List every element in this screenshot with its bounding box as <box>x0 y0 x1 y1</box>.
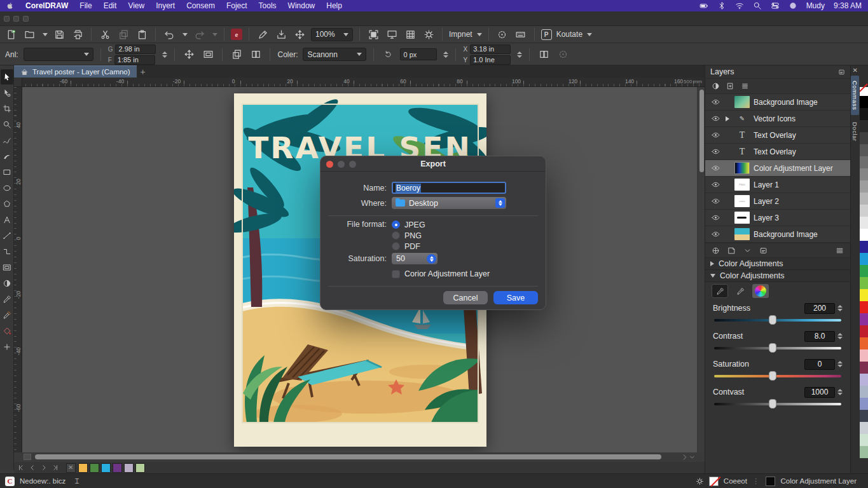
docker-tab[interactable]: Doclar <box>851 117 859 146</box>
palette-swatch[interactable] <box>860 253 868 265</box>
paste-properties-button[interactable] <box>249 48 263 62</box>
layer-visibility-eye-icon[interactable] <box>709 164 722 172</box>
layer-visibility-eye-icon[interactable] <box>709 147 722 156</box>
redo-button[interactable] <box>192 27 206 41</box>
slider-value-field[interactable]: 8.0 <box>804 331 835 342</box>
layer-visibility-eye-icon[interactable] <box>709 180 722 189</box>
horizontal-scrollbar[interactable] <box>22 452 697 461</box>
palette-swatch[interactable] <box>860 325 868 337</box>
new-document-button[interactable] <box>4 27 18 41</box>
layer-row[interactable]: T Text Overlay <box>705 127 850 144</box>
layer-list-view-icon[interactable] <box>741 82 749 90</box>
cancel-button[interactable]: Cancel <box>443 291 488 304</box>
status-gear-icon[interactable] <box>696 477 704 485</box>
spotlight-search-icon[interactable] <box>753 1 762 10</box>
layer-properties-icon[interactable] <box>759 247 768 255</box>
layer-row[interactable]: P400 Layer 1 <box>705 177 850 193</box>
menubar-clock[interactable]: 9:38 AM <box>834 1 862 10</box>
layer-visibility-eye-icon[interactable] <box>709 98 722 106</box>
line-tool[interactable] <box>1 228 13 243</box>
palette-swatch[interactable] <box>860 349 868 362</box>
menu-item[interactable]: Window <box>288 1 315 10</box>
wifi-icon[interactable] <box>735 1 744 10</box>
options-gear-button[interactable] <box>422 27 436 41</box>
document-palette-swatch[interactable] <box>124 463 134 473</box>
file-format-option[interactable]: JPEG <box>392 219 425 230</box>
layer-visibility-eye-icon[interactable] <box>709 230 722 238</box>
document-palette-swatch[interactable] <box>101 463 111 473</box>
palette-swatch[interactable] <box>860 434 868 446</box>
zoom-level-select[interactable]: 100% <box>311 28 353 41</box>
saturation-dropdown[interactable]: 50 <box>392 253 437 264</box>
slider-value-stepper[interactable] <box>837 333 843 339</box>
palette-swatch[interactable] <box>860 168 868 180</box>
palette-swatch[interactable] <box>860 362 868 374</box>
menubar-user[interactable]: Mudy <box>806 1 825 10</box>
vertical-scrollbar[interactable] <box>699 87 705 452</box>
layer-row[interactable]: T Text Overlay <box>705 144 850 160</box>
frame-button[interactable] <box>201 48 215 62</box>
first-page-icon[interactable] <box>18 464 24 471</box>
freehand-tool[interactable] <box>1 133 13 148</box>
palette-swatch[interactable] <box>860 108 868 120</box>
slider-value-field[interactable]: 1000 <box>804 387 835 398</box>
palette-swatch[interactable] <box>860 241 868 253</box>
saturation-dropdown-stepper[interactable] <box>427 254 436 264</box>
new-page-icon[interactable] <box>726 82 734 90</box>
slider-track[interactable] <box>714 375 841 377</box>
position-stepper[interactable] <box>517 51 522 58</box>
polygon-tool[interactable] <box>1 196 13 212</box>
window-zoom-button[interactable] <box>23 16 29 22</box>
save-button[interactable] <box>52 27 66 41</box>
layer-row[interactable]: Layer 3 <box>705 210 850 226</box>
palette-swatch[interactable] <box>860 180 868 193</box>
dialog-close-button[interactable] <box>326 161 333 168</box>
palette-swatch[interactable] <box>860 205 868 217</box>
new-layer-icon[interactable] <box>712 247 720 255</box>
layer-expand-caret[interactable] <box>726 116 731 121</box>
save-button[interactable]: Save <box>493 291 538 304</box>
palette-swatch[interactable] <box>860 96 868 108</box>
last-page-icon[interactable] <box>52 464 59 471</box>
document-tab[interactable]: Travel poster - Layer (Camno) <box>14 65 137 78</box>
control-center-icon[interactable] <box>771 1 780 10</box>
no-fill-swatch[interactable] <box>860 87 868 96</box>
palette-swatch[interactable] <box>860 132 868 144</box>
impnet-dropdown[interactable]: Impnet <box>449 30 482 39</box>
print-button[interactable] <box>71 27 85 41</box>
open-document-button[interactable] <box>22 27 36 41</box>
fit-page-button[interactable] <box>366 27 380 41</box>
keyboard-button[interactable] <box>514 27 528 41</box>
palette-swatch[interactable] <box>860 120 868 132</box>
scrollbar-corner-button[interactable] <box>24 454 31 460</box>
palette-swatch[interactable] <box>860 289 868 301</box>
palette-swatch[interactable] <box>860 313 868 325</box>
paste-button[interactable] <box>135 27 149 41</box>
layer-row[interactable]: crers Layer 2 <box>705 193 850 210</box>
horizontal-ruler[interactable]: -60-40-20020406080100120140160 500 mm <box>14 78 705 87</box>
apple-menu-icon[interactable] <box>6 1 14 10</box>
docker-tab[interactable]: Commass <box>851 76 859 115</box>
layer-row[interactable]: Background Image <box>705 94 850 111</box>
eyedropper-tool[interactable] <box>1 292 13 307</box>
copy-button[interactable] <box>116 27 130 41</box>
palette-swatch[interactable] <box>860 265 868 277</box>
ruler-origin-corner[interactable] <box>14 78 22 87</box>
next-page-icon[interactable] <box>41 464 47 471</box>
slider-value-stepper[interactable] <box>837 305 843 311</box>
undo-button[interactable] <box>162 27 176 41</box>
app-menu-title[interactable]: CorelDRAW <box>25 1 68 10</box>
corior-adjustment-checkbox[interactable] <box>392 270 400 278</box>
menu-item[interactable]: Tools <box>259 1 277 10</box>
palette-swatch[interactable] <box>860 446 868 458</box>
horizontal-scrollbar-thumb[interactable] <box>35 454 661 459</box>
palette-swatch[interactable] <box>860 277 868 289</box>
palette-swatch[interactable] <box>860 386 868 398</box>
radio-button[interactable] <box>392 220 400 229</box>
document-palette-swatch[interactable] <box>135 463 145 473</box>
slider-value-field[interactable]: 0 <box>804 359 835 370</box>
scroll-right-arrow[interactable] <box>681 454 688 461</box>
color-adjustments-collapsed-header[interactable]: Color Adjustments <box>705 258 850 270</box>
layer-visibility-eye-icon[interactable] <box>709 131 722 139</box>
crop-tool[interactable] <box>1 101 13 116</box>
